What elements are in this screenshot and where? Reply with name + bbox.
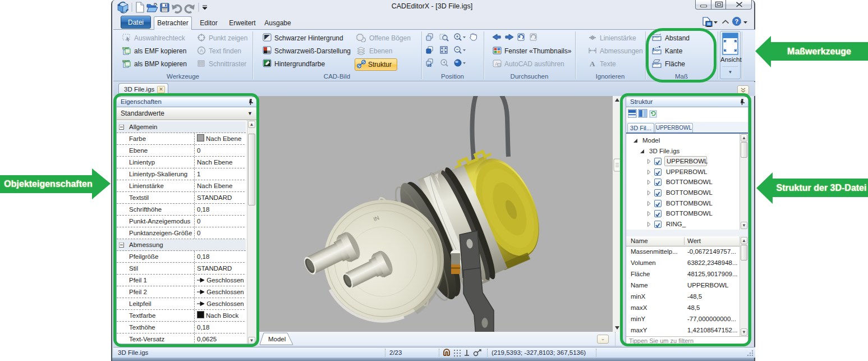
svg-text:A: A [590, 60, 595, 68]
svg-text:?: ? [735, 18, 739, 25]
svg-text:35: 35 [427, 63, 431, 67]
svg-text:A: A [200, 48, 203, 53]
svg-text:Model: Model [268, 336, 286, 342]
